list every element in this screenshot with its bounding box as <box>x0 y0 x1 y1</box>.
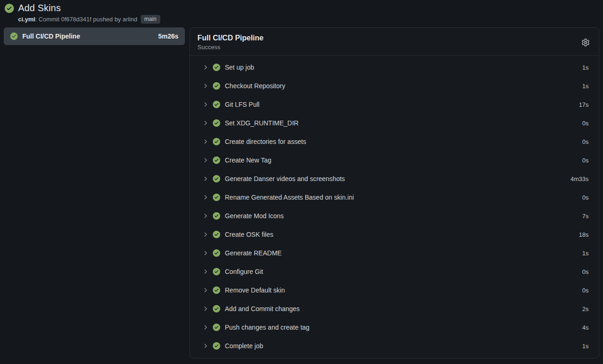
chevron-right-icon <box>202 83 209 89</box>
step-row[interactable]: Configure Git 0s <box>190 262 599 281</box>
step-row[interactable]: Create directories for assets 0s <box>190 132 599 151</box>
step-name: Generate README <box>225 249 582 257</box>
commit-hash-link[interactable]: 0f678d341f <box>61 16 91 23</box>
job-detail-title: Full CI/CD Pipeline <box>197 34 263 42</box>
step-duration: 0s <box>582 157 589 164</box>
chevron-right-icon <box>202 324 209 331</box>
pushed-by-text: pushed by <box>92 16 123 23</box>
step-name: Create OSK files <box>225 231 579 238</box>
job-detail-header-text: Full CI/CD Pipeline Success <box>197 34 263 51</box>
step-row[interactable]: Git LFS Pull 17s <box>190 95 599 114</box>
job-name: Full CI/CD Pipeline <box>22 32 153 40</box>
run-title-row: Add Skins <box>5 3 598 13</box>
step-row[interactable]: Rename Generated Assets Based on skin.in… <box>190 188 599 207</box>
step-name: Remove Default skin <box>225 286 582 294</box>
step-name: Rename Generated Assets Based on skin.in… <box>225 194 582 201</box>
workflow-file-name: ci.yml <box>18 16 35 23</box>
gear-icon <box>582 39 590 46</box>
step-status-success-icon <box>213 64 225 71</box>
step-status-success-icon <box>213 194 225 201</box>
step-name: Create directories for assets <box>225 138 582 145</box>
run-header: Add Skins ci.yml: Commit 0f678d341f push… <box>0 0 603 27</box>
step-duration: 7s <box>582 213 589 220</box>
step-row[interactable]: Push changes and create tag 4s <box>190 318 599 337</box>
chevron-right-icon <box>202 194 209 201</box>
step-duration: 1s <box>582 343 589 350</box>
chevron-right-icon <box>202 250 209 256</box>
step-duration: 0s <box>582 287 589 294</box>
step-duration: 0s <box>582 194 589 201</box>
step-duration: 1s <box>582 64 589 71</box>
chevron-right-icon <box>202 213 209 219</box>
chevron-right-icon <box>202 268 209 275</box>
sidebar-job-item[interactable]: Full CI/CD Pipeline 5m26s <box>4 27 185 45</box>
step-status-success-icon <box>213 138 225 145</box>
step-status-success-icon <box>213 231 225 238</box>
step-status-success-icon <box>213 305 225 312</box>
step-row[interactable]: Add and Commit changes 2s <box>190 299 599 318</box>
step-name: Checkout Repository <box>225 82 582 90</box>
step-name: Generate Danser videos and screenshots <box>225 175 570 182</box>
chevron-right-icon <box>202 138 209 145</box>
step-status-success-icon <box>213 268 225 275</box>
step-row[interactable]: Generate Danser videos and screenshots 4… <box>190 169 599 188</box>
step-duration: 1s <box>582 83 589 90</box>
step-status-success-icon <box>213 249 225 257</box>
job-status-success-icon <box>10 32 18 40</box>
job-settings-button[interactable] <box>579 36 591 48</box>
step-name: Generate Mod Icons <box>225 212 582 220</box>
step-status-success-icon <box>213 175 225 182</box>
step-status-success-icon <box>213 156 225 164</box>
step-duration: 0s <box>582 138 589 145</box>
chevron-right-icon <box>202 343 209 349</box>
step-duration: 18s <box>579 231 589 238</box>
job-detail-panel: Full CI/CD Pipeline Success Set up job <box>190 27 599 358</box>
step-duration: 17s <box>579 101 589 108</box>
run-content: Full CI/CD Pipeline 5m26s Full CI/CD Pip… <box>0 27 603 358</box>
chevron-right-icon <box>202 306 209 312</box>
run-status-success-icon <box>5 4 14 13</box>
step-row[interactable]: Generate README 1s <box>190 244 599 262</box>
step-row[interactable]: Remove Default skin 0s <box>190 281 599 299</box>
step-status-success-icon <box>213 342 225 350</box>
step-name: Set XDG_RUNTIME_DIR <box>225 119 582 127</box>
step-status-success-icon <box>213 324 225 331</box>
step-status-success-icon <box>213 101 225 108</box>
step-duration: 0s <box>582 120 589 127</box>
step-row[interactable]: Generate Mod Icons 7s <box>190 207 599 225</box>
chevron-right-icon <box>202 101 209 108</box>
step-row[interactable]: Complete job 1s <box>190 337 599 355</box>
job-duration: 5m26s <box>158 32 178 40</box>
chevron-right-icon <box>202 231 209 238</box>
step-row[interactable]: Set up job 1s <box>190 58 599 77</box>
step-status-success-icon <box>213 286 225 294</box>
step-duration: 4s <box>582 324 589 331</box>
step-name: Set up job <box>225 64 582 71</box>
step-row[interactable]: Create OSK files 18s <box>190 225 599 244</box>
step-row[interactable]: Set XDG_RUNTIME_DIR 0s <box>190 114 599 132</box>
chevron-right-icon <box>202 157 209 163</box>
step-name: Create New Tag <box>225 156 582 164</box>
step-status-success-icon <box>213 82 225 90</box>
job-detail-header: Full CI/CD Pipeline Success <box>190 28 599 55</box>
steps-list: Set up job 1s Checkout Repository 1s <box>190 55 599 358</box>
step-name: Add and Commit changes <box>225 305 582 312</box>
step-name: Configure Git <box>225 268 582 275</box>
step-duration: 4m33s <box>570 176 589 182</box>
step-name: Push changes and create tag <box>225 324 582 331</box>
step-row[interactable]: Create New Tag 0s <box>190 151 599 169</box>
step-name: Complete job <box>225 342 582 350</box>
step-duration: 1s <box>582 250 589 257</box>
job-status-text: Success <box>197 44 263 51</box>
commit-author-link[interactable]: arlind <box>123 16 138 23</box>
run-title: Add Skins <box>18 3 61 13</box>
step-row[interactable]: Checkout Repository 1s <box>190 77 599 95</box>
step-duration: 0s <box>582 268 589 275</box>
chevron-right-icon <box>202 64 209 71</box>
branch-badge[interactable]: main <box>141 15 160 24</box>
step-status-success-icon <box>213 119 225 127</box>
step-duration: 2s <box>582 306 589 312</box>
chevron-right-icon <box>202 287 209 293</box>
step-name: Git LFS Pull <box>225 101 579 108</box>
run-subtitle: ci.yml: Commit 0f678d341f pushed by arli… <box>18 15 598 24</box>
